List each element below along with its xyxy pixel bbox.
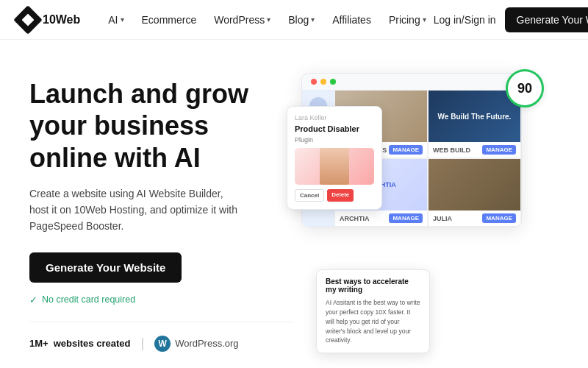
- person-image-2: [429, 159, 520, 210]
- hero-title: Launch and grow your business online wit…: [29, 78, 294, 174]
- manage-button-4[interactable]: MANAGE: [482, 213, 516, 223]
- product-card-actions: Cancel Delete: [295, 189, 374, 202]
- site-footer-4: JULIA MANAGE: [429, 210, 520, 226]
- ai-card-body: AI Assitant is the best way to write you…: [326, 298, 420, 345]
- hero-cta-button[interactable]: Generate Your Website: [29, 252, 182, 283]
- logo-text: 10Web: [43, 13, 80, 26]
- hero-right: 90 ⊞ ✦ ◈: [294, 62, 559, 368]
- nav-item-ecommerce[interactable]: Ecommerce: [135, 10, 204, 30]
- wordpress-icon: W: [154, 336, 171, 352]
- nav-links: AI ▾ Ecommerce WordPress ▾ Blog ▾ Affili…: [101, 10, 433, 30]
- product-card: Lara Keller Product Disabler Plugin Canc…: [287, 106, 382, 210]
- nav-item-ai[interactable]: AI ▾: [101, 10, 131, 30]
- product-card-sub: Plugin: [295, 136, 374, 144]
- chevron-down-icon: ▾: [423, 15, 426, 24]
- site-name-3: ARCHTIA: [340, 215, 370, 222]
- chevron-down-icon: ▾: [121, 15, 124, 24]
- pagespeed-score: 90: [506, 69, 544, 107]
- site-footer-2: WEB BUILD MANAGE: [429, 142, 520, 158]
- site-name-4: JULIA: [433, 215, 452, 222]
- product-cancel-button[interactable]: Cancel: [295, 189, 324, 202]
- wordpress-logo: W WordPress.org: [154, 336, 238, 352]
- nav-item-blog[interactable]: Blog ▾: [281, 10, 322, 30]
- chevron-down-icon: ▾: [311, 15, 315, 24]
- login-button[interactable]: Log in/Sign in: [434, 14, 496, 26]
- no-credit-card-notice: ✓ No credit card required: [29, 294, 294, 305]
- score-badge: 90: [506, 69, 544, 107]
- product-delete-button[interactable]: Delete: [327, 189, 354, 202]
- stat-separator: |: [140, 336, 144, 351]
- nav-item-wordpress[interactable]: WordPress ▾: [207, 10, 278, 30]
- ai-card: Best ways to accelerate my writing AI As…: [316, 269, 430, 353]
- chevron-down-icon: ▾: [267, 15, 270, 24]
- hero-stats: 1M+ websites created | W WordPress.org: [29, 322, 294, 352]
- dashboard-header: [302, 74, 521, 90]
- nav-item-pricing[interactable]: Pricing ▾: [381, 10, 434, 30]
- product-card-title: Product Disabler: [295, 124, 374, 133]
- manage-button-3[interactable]: MANAGE: [389, 213, 423, 223]
- site-hero-4: [429, 159, 520, 210]
- hero-section: Launch and grow your business online wit…: [0, 40, 588, 368]
- hero-left: Launch and grow your business online wit…: [29, 78, 294, 352]
- nav-item-affiliates[interactable]: Affiliates: [325, 10, 379, 30]
- window-dot-red: [311, 79, 317, 85]
- product-card-person-name: Lara Keller: [295, 114, 327, 121]
- window-dot-green: [330, 79, 336, 85]
- nav-actions: Log in/Sign in Generate Your Website: [434, 7, 588, 32]
- site-name-2: WEB BUILD: [433, 146, 470, 154]
- nav-generate-button[interactable]: Generate Your Website: [505, 7, 588, 32]
- logo[interactable]: 10Web: [18, 10, 80, 30]
- window-dot-yellow: [320, 79, 326, 85]
- manage-button-1[interactable]: MANAGE: [389, 145, 423, 155]
- check-icon: ✓: [29, 294, 37, 305]
- navbar: 10Web AI ▾ Ecommerce WordPress ▾ Blog ▾ …: [0, 0, 588, 40]
- stat-websites: 1M+ websites created: [29, 338, 130, 349]
- hero-subtitle: Create a website using AI Website Builde…: [29, 185, 243, 235]
- product-card-header: Lara Keller: [295, 114, 374, 121]
- product-card-image: [295, 148, 374, 185]
- ai-card-title: Best ways to accelerate my writing: [326, 277, 420, 294]
- manage-button-2[interactable]: MANAGE: [482, 145, 516, 155]
- product-person-image: [320, 148, 349, 185]
- logo-icon: [13, 5, 43, 35]
- site-card-4: JULIA MANAGE: [428, 158, 521, 227]
- site-footer-3: ARCHTIA MANAGE: [335, 210, 427, 226]
